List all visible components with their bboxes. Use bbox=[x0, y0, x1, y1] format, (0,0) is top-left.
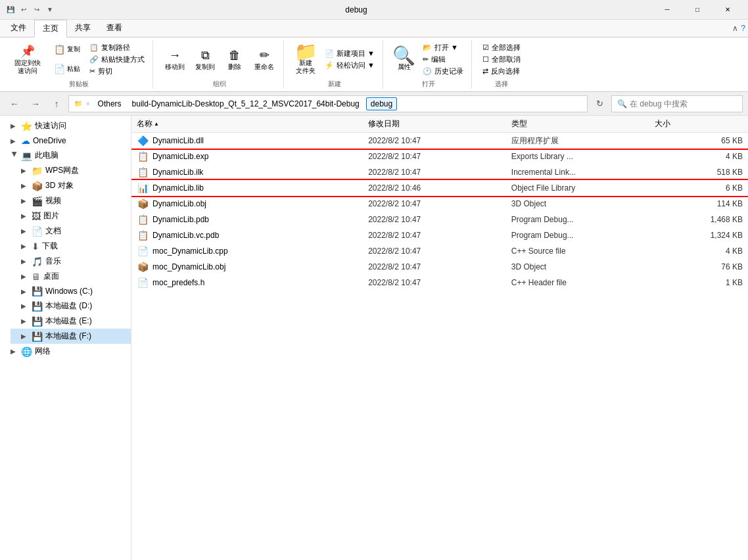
file-icon-0: 🔷 bbox=[137, 135, 149, 147]
refresh-button[interactable]: ↻ bbox=[590, 95, 609, 113]
sidebar-item-quickaccess[interactable]: ▶ ⭐ 快速访问 bbox=[0, 118, 131, 133]
move-to-button[interactable]: → 移动到 bbox=[161, 46, 189, 72]
select-items: ☑全部选择 ☐全部取消 ⇄反向选择 bbox=[480, 40, 523, 78]
sidebar-item-desktop[interactable]: ▶ 🖥 桌面 bbox=[11, 269, 131, 284]
sidebar-item-thispc[interactable]: ▶ 💻 此电脑 bbox=[0, 148, 131, 163]
file-icon-4: 📦 bbox=[137, 198, 149, 210]
edit-button[interactable]: ✏编辑 bbox=[420, 54, 466, 65]
search-icon: 🔍 bbox=[617, 99, 627, 108]
col-header-name[interactable]: 名称 ▲ bbox=[131, 118, 363, 129]
redo-icon: ↪ bbox=[32, 5, 42, 15]
ribbon-group-clipboard: 📌 固定到快速访问 📋 复制 📄 粘贴 📋复制路径 bbox=[5, 40, 153, 89]
desktop-icon: 🖥 bbox=[32, 271, 41, 282]
up-button[interactable]: ↑ bbox=[47, 95, 66, 113]
file-name-text-0: DynamicLib.dll bbox=[152, 136, 204, 145]
copy-path-icon: 📋 bbox=[89, 43, 99, 52]
col-size-label: 大小 bbox=[655, 118, 670, 129]
search-input[interactable] bbox=[630, 99, 737, 108]
new-items: 📁 新建文件夹 📄新建项目 ▼ ⚡轻松访问 ▼ bbox=[292, 40, 377, 78]
sidebar-item-3dobj[interactable]: ▶ 📦 3D 对象 bbox=[11, 178, 131, 193]
sidebar-item-pictures[interactable]: ▶ 🖼 图片 bbox=[11, 208, 131, 223]
delete-button[interactable]: 🗑 删除 bbox=[222, 46, 248, 72]
maximize-button[interactable]: □ bbox=[682, 0, 713, 20]
sidebar-item-edrive[interactable]: ▶ 💾 本地磁盘 (E:) bbox=[11, 314, 131, 329]
sidebar-item-onedrive[interactable]: ▶ ☁ OneDrive bbox=[0, 133, 131, 148]
file-name-text-7: moc_DynamicLib.cpp bbox=[152, 246, 228, 256]
file-row[interactable]: 📦 moc_DynamicLib.obj 2022/8/2 10:47 3D O… bbox=[131, 259, 748, 275]
sidebar-item-cdrive[interactable]: ▶ 💾 Windows (C:) bbox=[11, 284, 131, 298]
cut-button[interactable]: ✂剪切 bbox=[87, 66, 147, 77]
address-builddir[interactable]: build-DynamicLib-Desktop_Qt_5_12_2_MSVC2… bbox=[128, 98, 363, 110]
file-row[interactable]: 📄 moc_DynamicLib.cpp 2022/8/2 10:47 C++ … bbox=[131, 243, 748, 259]
easy-access-button[interactable]: ⚡轻松访问 ▼ bbox=[322, 60, 377, 71]
address-debug[interactable]: debug bbox=[366, 97, 397, 110]
window-controls: ─ □ ✕ bbox=[652, 0, 743, 20]
paste-shortcut-button[interactable]: 🔗粘贴快捷方式 bbox=[87, 54, 147, 65]
music-icon: 🎵 bbox=[32, 256, 43, 267]
file-name-5: 📋 DynamicLib.pdb bbox=[131, 214, 363, 225]
sidebar-item-music[interactable]: ▶ 🎵 音乐 bbox=[11, 254, 131, 269]
file-row[interactable]: 📋 DynamicLib.vc.pdb 2022/8/2 10:47 Progr… bbox=[131, 227, 748, 243]
file-row[interactable]: 📋 DynamicLib.exp 2022/8/2 10:47 Exports … bbox=[131, 149, 748, 164]
address-bar[interactable]: 📁 » Others build-DynamicLib-Desktop_Qt_5… bbox=[68, 95, 588, 112]
col-header-size[interactable]: 大小 bbox=[649, 118, 748, 129]
file-type-3: Object File Library bbox=[506, 183, 649, 193]
col-header-type[interactable]: 类型 bbox=[506, 118, 649, 129]
copy-button[interactable]: 📋 复制 bbox=[47, 40, 84, 58]
new-folder-icon: 📁 bbox=[298, 43, 314, 59]
sidebar-item-video[interactable]: ▶ 🎬 视频 bbox=[11, 193, 131, 208]
file-row[interactable]: 🔷 DynamicLib.dll 2022/8/2 10:47 应用程序扩展 6… bbox=[131, 133, 748, 149]
new-folder-button[interactable]: 📁 新建文件夹 bbox=[292, 42, 319, 76]
back-button[interactable]: ← bbox=[5, 95, 24, 113]
ddrive-icon: 💾 bbox=[32, 301, 43, 312]
file-name-text-4: DynamicLib.obj bbox=[152, 199, 206, 208]
tab-home[interactable]: 主页 bbox=[34, 20, 67, 37]
deselect-all-button[interactable]: ☐全部取消 bbox=[480, 54, 523, 65]
file-row[interactable]: 📋 DynamicLib.ilk 2022/8/2 10:47 Incremen… bbox=[131, 164, 748, 180]
invert-selection-button[interactable]: ⇄反向选择 bbox=[480, 66, 523, 77]
sidebar-item-fdrive[interactable]: ▶ 💾 本地磁盘 (F:) bbox=[11, 329, 131, 344]
sidebar-item-docs[interactable]: ▶ 📄 文档 bbox=[11, 223, 131, 239]
new-item-button[interactable]: 📄新建项目 ▼ bbox=[322, 48, 377, 59]
forward-button[interactable]: → bbox=[26, 95, 45, 113]
close-button[interactable]: ✕ bbox=[713, 0, 743, 20]
minimize-button[interactable]: ─ bbox=[652, 0, 682, 20]
sidebar-item-wpsdisk[interactable]: ▶ 📁 WPS网盘 bbox=[11, 163, 131, 178]
file-size-7: 4 KB bbox=[649, 246, 748, 256]
open-icon: 📂 bbox=[423, 43, 432, 52]
file-name-text-8: moc_DynamicLib.obj bbox=[152, 262, 225, 271]
search-box[interactable]: 🔍 bbox=[611, 95, 743, 112]
paste-button[interactable]: 📄 粘贴 bbox=[47, 60, 84, 78]
file-icon-5: 📋 bbox=[137, 214, 149, 225]
file-row[interactable]: 📄 moc_predefs.h 2022/8/2 10:47 C++ Heade… bbox=[131, 275, 748, 291]
rename-button[interactable]: ✏ 重命名 bbox=[250, 46, 278, 72]
history-button[interactable]: 🕐历史记录 bbox=[420, 66, 466, 77]
tab-share[interactable]: 共享 bbox=[67, 20, 99, 37]
fdrive-icon: 💾 bbox=[32, 331, 43, 342]
col-date-label: 修改日期 bbox=[368, 118, 400, 129]
properties-button[interactable]: 🔍 属性 bbox=[391, 46, 417, 72]
sidebar-item-ddrive[interactable]: ▶ 💾 本地磁盘 (D:) bbox=[11, 298, 131, 314]
onedrive-arrow: ▶ bbox=[11, 137, 18, 145]
help-icon[interactable]: ? bbox=[741, 24, 745, 33]
pin-button[interactable]: 📌 固定到快速访问 bbox=[11, 42, 45, 76]
file-row[interactable]: 📊 DynamicLib.lib 2022/8/2 10:46 Object F… bbox=[131, 180, 748, 196]
edrive-arrow: ▶ bbox=[21, 317, 29, 325]
tab-file[interactable]: 文件 bbox=[3, 20, 34, 37]
file-name-4: 📦 DynamicLib.obj bbox=[131, 198, 363, 210]
file-row[interactable]: 📦 DynamicLib.obj 2022/8/2 10:47 3D Objec… bbox=[131, 196, 748, 212]
copy-to-label: 复制到 bbox=[195, 63, 215, 71]
address-others[interactable]: Others bbox=[94, 98, 126, 110]
file-name-text-5: DynamicLib.pdb bbox=[152, 215, 209, 224]
select-all-button[interactable]: ☑全部选择 bbox=[480, 42, 523, 53]
copy-path-button[interactable]: 📋复制路径 bbox=[87, 42, 147, 53]
sidebar-item-network[interactable]: ▶ 🌐 网络 bbox=[0, 344, 131, 359]
sidebar-item-downloads[interactable]: ▶ ⬇ 下载 bbox=[11, 239, 131, 254]
ribbon-content: 📌 固定到快速访问 📋 复制 📄 粘贴 📋复制路径 bbox=[0, 37, 748, 91]
open-button[interactable]: 📂打开 ▼ bbox=[420, 42, 466, 53]
copy-to-button[interactable]: ⧉ 复制到 bbox=[191, 46, 219, 72]
tab-view[interactable]: 查看 bbox=[99, 20, 130, 37]
file-row[interactable]: 📋 DynamicLib.pdb 2022/8/2 10:47 Program … bbox=[131, 212, 748, 227]
col-header-date[interactable]: 修改日期 bbox=[363, 118, 506, 129]
easy-access-icon: ⚡ bbox=[325, 61, 334, 70]
